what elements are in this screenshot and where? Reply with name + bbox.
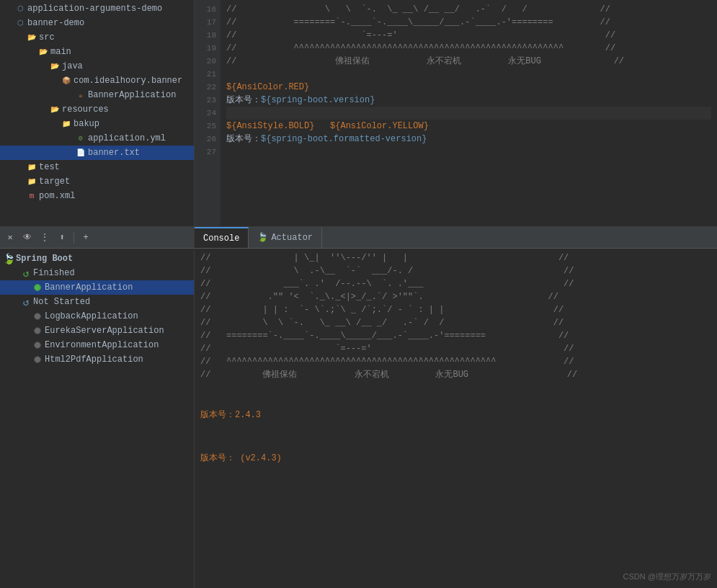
close-icon[interactable]: ✕ [4, 232, 16, 244]
spring-boot-panel: ✕ 👁 ⋮ ⬆ + 🍃 Spring Boot ↺ Finished [0, 227, 195, 588]
eureka-application-item[interactable]: EurekaServerApplication [0, 324, 194, 338]
chevron-right-icon [49, 118, 61, 130]
filter-icon[interactable]: ⋮ [39, 232, 50, 244]
code-line-19: // ^^^^^^^^^^^^^^^^^^^^^^^^^^^^^^^^^^^^^… [226, 42, 711, 55]
status-dot-gray [34, 313, 41, 320]
code-line-27 [226, 146, 711, 159]
eye-icon[interactable]: 👁 [22, 232, 33, 244]
app-stopped-icon [32, 354, 43, 365]
actuator-icon: 🍃 [257, 232, 268, 243]
eureka-label: EurekaServerApplication [45, 326, 164, 336]
actuator-tab-label: Actuator [271, 233, 313, 243]
tree-label: com.idealhoory.banner [74, 76, 182, 86]
chevron-down-icon [49, 75, 61, 86]
code-editor: 16 17 18 19 20 21 22 23 24 25 26 27 // \… [195, 0, 717, 226]
app-running-icon [32, 282, 43, 293]
chevron-right-icon [14, 161, 26, 173]
spacer [63, 147, 75, 159]
chevron-down-icon [26, 46, 37, 58]
console-output: // | \_| ''\---/'' | | // // \ .-\__ `-`… [195, 249, 717, 588]
version-line-1: 版本号：2.4.3 [200, 409, 711, 422]
banner-application-item[interactable]: BannerApplication [0, 280, 194, 295]
spacer [14, 190, 26, 202]
tree-item-src[interactable]: 📂 src [0, 30, 194, 45]
module-icon: ⬡ [14, 3, 26, 14]
app-stopped-icon [32, 311, 43, 322]
logback-application-item[interactable]: LogbackApplication [0, 309, 194, 324]
status-dot-gray [34, 327, 41, 334]
file-tree-panel: ⬡ application-arguments-demo ⬡ banner-de… [0, 0, 195, 226]
spacer [20, 325, 32, 337]
status-dot-gray [34, 356, 41, 363]
folder-open-icon: 📂 [37, 46, 49, 58]
tree-label: resources [62, 104, 109, 115]
code-content: // \ \ `-. \_ __\ /__ __/ .-` / / // // … [221, 0, 717, 226]
file-tree: ⬡ application-arguments-demo ⬡ banner-de… [0, 0, 194, 226]
add-icon[interactable]: + [80, 232, 92, 244]
tree-label: main [50, 47, 71, 57]
tree-item-package[interactable]: 📦 com.idealhoory.banner [0, 74, 194, 88]
chevron-down-icon [3, 17, 14, 29]
version-line-2: 版本号： (v2.4.3) [200, 452, 711, 465]
folder-open-icon: 📂 [49, 104, 61, 115]
code-line-20: // 佛祖保佑 永不宕机 永无BUG // [226, 55, 711, 68]
app-stopped-icon [32, 325, 43, 337]
actuator-tab[interactable]: 🍃 Actuator [249, 227, 322, 248]
console-line: // \ .-\__ `-` ___/-. / // [200, 264, 711, 277]
tree-label: banner-demo [27, 18, 84, 28]
spacer [20, 311, 32, 322]
html2pdf-application-item[interactable]: Html2PdfApplication [0, 352, 194, 367]
chevron-down-icon [14, 32, 26, 43]
tree-label: test [39, 162, 60, 172]
console-tab-label: Console [203, 233, 239, 244]
console-tab-bar: Console 🍃 Actuator [195, 227, 717, 249]
folder-target-icon: 📁 [26, 176, 37, 187]
tree-item-java[interactable]: 📂 java [0, 59, 194, 74]
chevron-down-icon [9, 296, 20, 308]
environment-application-item[interactable]: EnvironmentApplication [0, 338, 194, 352]
console-line: // | \_| ''\---/'' | | // [200, 251, 711, 264]
spring-boot-tree: 🍃 Spring Boot ↺ Finished BannerApplicati… [0, 249, 194, 588]
export-icon[interactable]: ⬆ [56, 232, 68, 244]
console-line: // ___`. .' /--.--\ `. .'___ // [200, 277, 711, 290]
tree-item-main[interactable]: 📂 main [0, 45, 194, 59]
chevron-down-icon [37, 61, 49, 72]
tree-item-bakup[interactable]: 📁 bakup [0, 117, 194, 131]
app-stopped-icon [32, 339, 43, 351]
code-line-23: 版本号：${spring-boot.version} [226, 94, 711, 107]
console-spacer-2 [200, 424, 711, 446]
spring-boot-root[interactable]: 🍃 Spring Boot [0, 251, 194, 266]
code-line-25: ${AnsiStyle.BOLD} ${AnsiColor.YELLOW} [226, 120, 711, 133]
tree-item-banner-demo[interactable]: ⬡ banner-demo [0, 16, 194, 30]
spring-boot-toolbar: ✕ 👁 ⋮ ⬆ + [0, 227, 194, 249]
spacer [63, 133, 75, 144]
module-icon: ⬡ [14, 17, 26, 29]
refresh-stopped-icon: ↺ [20, 296, 32, 308]
tree-item-application-yml[interactable]: ⚙ application.yml [0, 131, 194, 146]
spring-boot-title: Spring Boot [16, 254, 73, 264]
code-line-18: // `=---=' // [226, 29, 711, 42]
tree-item-banner-application[interactable]: ☕ BannerApplication [0, 88, 194, 102]
not-started-label: Not Started [33, 297, 90, 307]
console-line: // `=---=' // [200, 342, 711, 355]
console-line: // ========`-.____`-.____\_____/___.-`__… [200, 329, 711, 342]
tree-item-test[interactable]: 📁 test [0, 160, 194, 174]
folder-icon: 📁 [26, 161, 37, 173]
tree-item-target[interactable]: 📁 target [0, 174, 194, 189]
tree-item-resources[interactable]: 📂 resources [0, 102, 194, 117]
tree-item-banner-txt[interactable]: 📄 banner.txt [0, 146, 194, 160]
watermark: CSDN @理想万岁万万岁 [623, 571, 711, 582]
chevron-right-icon [3, 3, 14, 14]
not-started-section[interactable]: ↺ Not Started [0, 295, 194, 309]
code-line-16: // \ \ `-. \_ __\ /__ __/ .-` / / // [226, 3, 711, 16]
maven-icon: m [26, 190, 37, 202]
console-panel: Console 🍃 Actuator // | \_| ''\---/'' | … [195, 227, 717, 588]
tree-label: application-arguments-demo [27, 4, 162, 14]
console-tab[interactable]: Console [195, 227, 249, 248]
code-line-22: ${AnsiColor.RED} [226, 81, 711, 94]
finished-section[interactable]: ↺ Finished [0, 266, 194, 280]
code-line-24 [226, 107, 711, 120]
tree-item-pom-xml[interactable]: m pom.xml [0, 189, 194, 203]
tree-item-application-arguments-demo[interactable]: ⬡ application-arguments-demo [0, 1, 194, 16]
tree-label: bakup [74, 119, 99, 129]
